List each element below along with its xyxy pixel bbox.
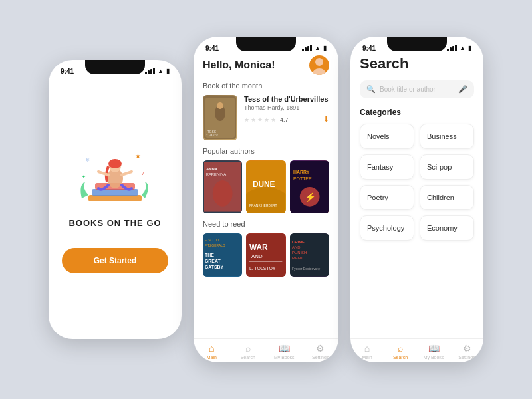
home-greeting: Hello, Monica! (203, 59, 275, 71)
search-nav-search[interactable]: ⌕ Search (384, 343, 417, 360)
anna-cover[interactable]: ANNA KARENINA (203, 160, 242, 213)
crime-cover[interactable]: CRIME AND PUNISH- MENT Fyodor Dostoevsky (290, 233, 329, 277)
phone-home: 9:41 ▲ ▮ Hello, Monica! Book of the (194, 37, 338, 362)
rating-stars: ★ ★ ★ ★ ★ 4.7 (244, 116, 289, 123)
svg-text:7: 7 (142, 171, 144, 176)
svg-text:FITZGERALD: FITZGERALD (205, 244, 225, 247)
search-nav-search-label: Search (393, 355, 408, 360)
search-icon: 🔍 (366, 85, 376, 94)
book-of-month: TESS T. HARDY Tess of the d'Urbervilles … (203, 95, 329, 140)
svg-text:KARENINA: KARENINA (206, 172, 226, 176)
search-nav-settings-label: Settings (458, 355, 475, 360)
home-bottom-nav: ⌂ Main ⌕ Search 📖 My Books ⚙ Settings (194, 338, 338, 362)
svg-text:THE: THE (205, 253, 214, 257)
book-of-month-label: Book of the month (203, 82, 329, 90)
svg-text:GREAT: GREAT (205, 259, 221, 263)
popular-label: Popular authors (203, 147, 329, 155)
svg-text:POTTER: POTTER (293, 176, 312, 181)
svg-text:MENT: MENT (292, 256, 303, 260)
svg-point-18 (217, 102, 223, 109)
search-bottom-nav: ⌂ Main ⌕ Search 📖 My Books ⚙ Settings (350, 338, 483, 362)
nav-search[interactable]: ⌕ Search (230, 343, 267, 360)
nav-mybooks[interactable]: 📖 My Books (266, 343, 303, 360)
nav-main[interactable]: ⌂ Main (194, 343, 230, 360)
phone-splash: 9:41 ▲ ▮ (49, 60, 182, 339)
svg-text:AND: AND (292, 245, 301, 249)
home-content: Hello, Monica! Book of the month TESS (194, 55, 338, 338)
svg-point-5 (108, 159, 122, 168)
notch-search (387, 37, 447, 51)
svg-text:⚛: ⚛ (85, 157, 90, 163)
battery-icon-search: ▮ (468, 45, 471, 51)
dune-cover[interactable]: DUNE FRANK HERBERT (246, 160, 285, 213)
harry-cover[interactable]: HARRY POTTER ⚡ (290, 160, 329, 213)
rating-value: 4.7 (280, 116, 289, 123)
status-icons-home: ▲ ▮ (302, 45, 327, 51)
splash-illustration: ★ ⚛ 7 ✦ (75, 138, 155, 218)
svg-text:PUNISH-: PUNISH- (292, 251, 308, 255)
category-economy[interactable]: Economy (420, 215, 474, 241)
search-bar[interactable]: 🔍 Book title or author 🎤 (360, 80, 474, 98)
star-5: ★ (271, 116, 276, 123)
notch-splash (85, 60, 145, 74)
download-icon[interactable]: ⬇ (323, 115, 329, 124)
time-search: 9:41 (362, 45, 376, 52)
svg-text:✦: ✦ (82, 174, 86, 179)
status-icons-search: ▲ ▮ (447, 45, 471, 51)
search-placeholder: Book title or author (380, 86, 454, 93)
svg-text:F. SCOTT: F. SCOTT (205, 239, 219, 242)
nav-mybooks-label: My Books (274, 355, 295, 360)
svg-line-7 (122, 172, 132, 175)
svg-text:★: ★ (135, 152, 141, 160)
svg-point-12 (315, 58, 323, 66)
featured-title: Tess of the d'Urbervilles (244, 95, 329, 103)
category-business[interactable]: Business (420, 124, 474, 149)
category-novels[interactable]: Novels (360, 124, 414, 149)
search-nav-icon: ⌕ (245, 343, 251, 354)
search-nav-settings[interactable]: ⚙ Settings (450, 343, 483, 360)
svg-text:AND: AND (251, 253, 263, 259)
category-psychology[interactable]: Psychology (360, 215, 414, 241)
category-scipop[interactable]: Sci-pop (420, 154, 474, 180)
star-4: ★ (264, 116, 269, 123)
wifi-icon-home: ▲ (315, 45, 321, 51)
mic-icon[interactable]: 🎤 (458, 85, 467, 94)
svg-text:T. HARDY: T. HARDY (206, 134, 219, 137)
categories-label: Categories (360, 108, 474, 117)
category-poetry[interactable]: Poetry (360, 185, 414, 210)
category-children[interactable]: Children (420, 185, 474, 210)
svg-point-25 (213, 180, 233, 207)
search-content: Search 🔍 Book title or author 🎤 Categori… (350, 55, 483, 338)
splash-content: ★ ⚛ 7 ✦ BOOKS ON THE GO Get Started (49, 78, 182, 339)
featured-author: Thomas Hardy, 1891 (244, 104, 329, 111)
star-1: ★ (244, 116, 249, 123)
star-3: ★ (257, 116, 263, 123)
avatar (309, 55, 329, 75)
nav-settings[interactable]: ⚙ Settings (303, 343, 339, 360)
need-read-list: F. SCOTT FITZGERALD THE GREAT GATSBY WAR… (203, 233, 329, 277)
nav-settings-label: Settings (312, 355, 329, 360)
tess-cover: TESS T. HARDY (203, 95, 237, 140)
home-header: Hello, Monica! (203, 55, 329, 75)
svg-text:Fyodor Dostoevsky: Fyodor Dostoevsky (292, 267, 321, 271)
svg-text:GATSBY: GATSBY (205, 265, 224, 269)
gatsby-cover[interactable]: F. SCOTT FITZGERALD THE GREAT GATSBY (203, 233, 242, 277)
svg-text:ANNA: ANNA (206, 167, 218, 171)
search-nav-main[interactable]: ⌂ Main (350, 343, 384, 360)
popular-authors-section: Popular authors ANNA KARENINA DUNE (203, 147, 329, 213)
home-nav-icon: ⌂ (209, 343, 214, 354)
need-read-label: Need to reed (203, 220, 329, 228)
search-nav-books-icon: 📖 (428, 343, 440, 354)
nav-main-label: Main (207, 355, 217, 360)
war-cover[interactable]: WAR AND L. TOLSTOY (246, 233, 285, 277)
wifi-icon-search: ▲ (460, 45, 466, 51)
svg-rect-0 (88, 195, 142, 201)
search-nav-mybooks[interactable]: 📖 My Books (417, 343, 450, 360)
svg-rect-43 (249, 261, 282, 262)
category-fantasy[interactable]: Fantasy (360, 154, 414, 180)
svg-text:HARRY: HARRY (293, 170, 310, 174)
categories-grid: Novels Business Fantasy Sci-pop Poetry C… (360, 124, 474, 241)
get-started-button[interactable]: Get Started (62, 248, 168, 273)
splash-title: BOOKS ON THE GO (68, 218, 161, 228)
battery-icon: ▮ (166, 68, 170, 74)
